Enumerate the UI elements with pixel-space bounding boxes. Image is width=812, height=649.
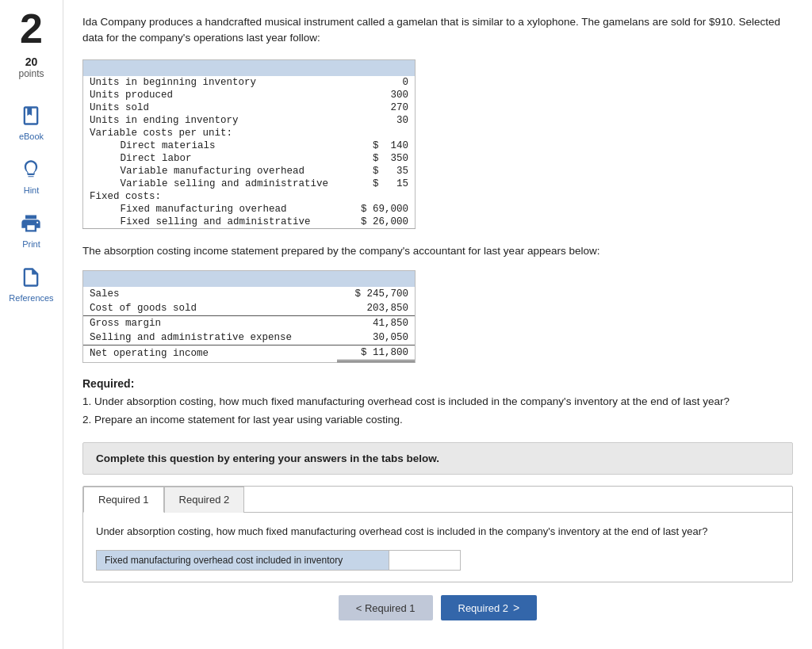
sidebar-hint-label: Hint [24,185,40,195]
next-button-label: Required 2 [458,602,509,614]
row-label: Variable costs per unit: [83,127,351,139]
row-label: Units in beginning inventory [83,76,351,89]
row-label: Fixed selling and administrative [83,216,351,229]
answer-row: Fixed manufacturing overhead cost includ… [96,550,779,571]
references-icon [18,265,44,290]
complete-box: Complete this question by entering your … [82,442,793,475]
table-row: Variable selling and administrative $ 15 [83,178,416,190]
table-row: Variable costs per unit: [83,127,416,139]
section-text: The absorption costing income statement … [82,243,793,259]
tab-required2[interactable]: Required 2 [164,487,245,513]
sidebar-item-references[interactable]: References [9,265,53,303]
income-table: Sales $ 245,700 Cost of goods sold 203,8… [82,270,416,363]
sidebar-item-print[interactable]: Print [18,211,44,249]
ebook-icon [18,103,44,128]
row-label: Sales [83,287,337,301]
row-label: Direct labor [83,152,351,165]
row-value: $ 15 [350,178,415,190]
table-row: Selling and administrative expense 30,05… [83,330,415,345]
required-item-2: 2. Prepare an income statement for last … [82,411,793,429]
sidebar-item-ebook[interactable]: eBook [18,103,44,141]
row-label: Fixed manufacturing overhead [83,203,351,216]
table-row: Fixed selling and administrative $ 26,00… [83,216,416,229]
next-arrow-icon: > [513,601,519,614]
nav-buttons: < Required 1 Required 2 > [82,595,793,628]
main-content: Ida Company produces a handcrafted music… [63,0,812,649]
required-section: Required: 1. Under absorption costing, h… [82,377,793,429]
tab-required1[interactable]: Required 1 [83,487,164,513]
row-label: Selling and administrative expense [83,330,337,345]
row-value: 203,850 [337,301,415,316]
table-row: Fixed manufacturing overhead $ 69,000 [83,203,416,216]
row-value: 270 [350,101,415,114]
tab-required2-label: Required 2 [179,494,230,506]
sidebar-print-label: Print [22,239,40,249]
row-label: Gross margin [83,315,337,330]
answer-input[interactable] [389,550,461,571]
tabs-container: Required 1 Required 2 Under absorption c… [82,486,793,583]
table-row: Units in beginning inventory 0 [83,76,416,89]
row-value: 30 [350,114,415,127]
row-label: Direct materials [83,139,351,152]
complete-box-text: Complete this question by entering your … [96,452,439,464]
income-table-header [83,271,415,287]
points-label: points [18,68,44,79]
table-row: Units in ending inventory 30 [83,114,416,127]
tabs-header: Required 1 Required 2 [83,487,792,513]
row-label: Variable manufacturing overhead [83,165,351,178]
sidebar-references-label: References [9,293,53,303]
hint-icon [18,157,44,182]
prev-button-label: < Required 1 [356,602,416,614]
row-label: Net operating income [83,345,337,361]
required-items: 1. Under absorption costing, how much fi… [82,393,793,429]
required-item-1: 1. Under absorption costing, how much fi… [82,393,793,411]
table-row: Units produced 300 [83,89,416,101]
row-value: 30,050 [337,330,415,345]
data-table: Units in beginning inventory 0 Units pro… [82,59,416,229]
row-value: $ 350 [350,152,415,165]
row-value: $ 69,000 [350,203,415,216]
data-table-header [83,59,416,76]
row-label: Variable selling and administrative [83,178,351,190]
next-button[interactable]: Required 2 > [441,595,538,620]
table-row: Sales $ 245,700 [83,287,415,301]
table-row: Direct materials $ 140 [83,139,416,152]
print-icon [18,211,44,236]
row-value: $ 26,000 [350,216,415,229]
row-label: Units in ending inventory [83,114,351,127]
table-row: Gross margin 41,850 [83,315,415,330]
row-label: Units produced [83,89,351,101]
tab-question: Under absorption costing, how much fixed… [96,524,779,540]
table-row: Net operating income $ 11,800 [83,345,415,361]
row-label: Cost of goods sold [83,301,337,316]
problem-intro: Ida Company produces a handcrafted music… [82,14,793,47]
row-value: $ 245,700 [337,287,415,301]
row-label: Fixed costs: [83,190,351,203]
answer-label: Fixed manufacturing overhead cost includ… [96,550,389,571]
sidebar-ebook-label: eBook [19,132,44,141]
row-value: $ 35 [350,165,415,178]
row-value: $ 11,800 [337,345,415,361]
sidebar: 2 20 points eBook Hint [0,0,63,649]
table-row: Cost of goods sold 203,850 [83,301,415,316]
row-value: 41,850 [337,315,415,330]
table-row: Variable manufacturing overhead $ 35 [83,165,416,178]
tab-required1-label: Required 1 [98,494,149,506]
table-row: Units sold 270 [83,101,416,114]
row-value: 300 [350,89,415,101]
table-row: Fixed costs: [83,190,416,203]
sidebar-item-hint[interactable]: Hint [18,157,44,195]
row-value: $ 140 [350,139,415,152]
tab-content: Under absorption costing, how much fixed… [83,513,792,582]
sidebar-nav: eBook Hint Print Reference [9,103,53,303]
row-value: 0 [350,76,415,89]
prev-button[interactable]: < Required 1 [339,595,433,620]
required-title: Required: [82,377,793,390]
question-number: 2 [20,8,43,49]
row-label: Units sold [83,101,351,114]
table-row: Direct labor $ 350 [83,152,416,165]
points-value: 20 [25,55,38,68]
